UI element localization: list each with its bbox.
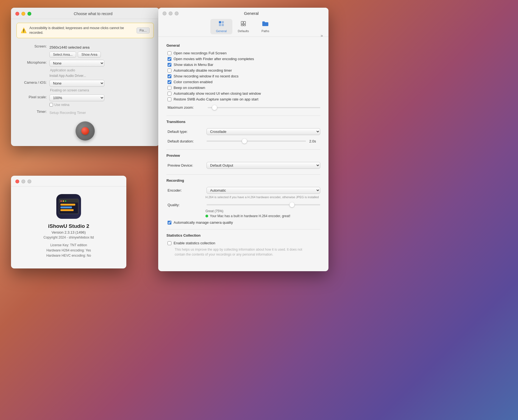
general-icon: [218, 21, 224, 28]
about-titlebar: [11, 176, 126, 186]
record-form: Screen: 2560x1440 selected area Select A…: [16, 43, 154, 116]
minimize-button[interactable]: [21, 12, 25, 16]
auto-show-record-label[interactable]: Automatically show record UI when closin…: [174, 91, 261, 96]
preview-device-select[interactable]: Default Output: [207, 162, 320, 169]
color-correction-label[interactable]: Color correction enabled: [174, 80, 213, 84]
microphone-control: None Application audio Install App Audio…: [49, 59, 154, 79]
enable-stats-row: Enable statistics collection: [168, 240, 320, 246]
pref-open-finder-row: Open movies with Finder after encoding c…: [168, 56, 320, 62]
quality-thumb[interactable]: [289, 202, 294, 207]
preview-section: Preview Preview Device: Default Output: [166, 153, 320, 170]
beep-label[interactable]: Beep on countdown: [174, 86, 205, 90]
transitions-section-title: Transitions: [166, 120, 320, 124]
zoom-row: Maximum zoom:: [168, 102, 320, 112]
prefs-window: General General: [158, 8, 328, 271]
icon-bar-1: [60, 204, 75, 206]
prefs-minimize-button: [169, 12, 172, 15]
pref-auto-show-row: Automatically show record UI when closin…: [168, 91, 320, 96]
zoom-thumb[interactable]: [212, 105, 217, 110]
icon-content: [59, 203, 78, 214]
open-finder-checkbox[interactable]: [168, 57, 171, 61]
show-area-button[interactable]: Show Area: [78, 52, 101, 58]
app-hw-hevc: Hardware HEVC encoding: No: [46, 253, 91, 258]
show-menu-bar-label[interactable]: Show status in Menu Bar: [174, 63, 213, 67]
microphone-select[interactable]: None: [49, 60, 104, 67]
quality-track: [207, 204, 320, 205]
prefs-title: General: [179, 11, 324, 16]
svg-rect-7: [244, 24, 246, 26]
pixel-scale-select[interactable]: 100%: [49, 94, 104, 101]
pref-beep-row: Beep on countdown: [168, 85, 320, 91]
beep-checkbox[interactable]: [168, 86, 171, 90]
zoom-button[interactable]: [27, 12, 31, 16]
select-area-button[interactable]: Select Area...: [49, 52, 76, 58]
preview-device-label: Preview Device:: [168, 163, 203, 167]
enable-stats-checkbox[interactable]: [168, 241, 171, 245]
quality-slider[interactable]: [207, 202, 320, 208]
auto-disable-checkbox[interactable]: [168, 69, 171, 72]
record-traffic-lights: [15, 12, 31, 16]
record-button[interactable]: [76, 121, 95, 141]
timer-control: Setup Recording Timer: [49, 108, 154, 116]
record-titlebar: Choose what to record: [11, 8, 159, 19]
encoder-note: H.264 is selected if you have a H.264 ha…: [205, 195, 320, 199]
about-close-button[interactable]: [15, 180, 19, 183]
auto-camera-quality-label[interactable]: Automatically manage camera quality: [174, 220, 233, 225]
toolbar-general[interactable]: General: [210, 19, 232, 34]
about-zoom-button: [27, 180, 31, 183]
transitions-section: Transitions Default type: Crossfade Defa…: [166, 120, 320, 145]
svg-rect-0: [219, 21, 221, 23]
about-window: iShowU Studio 2 Version 2.3.13 (1496) Co…: [11, 176, 126, 268]
show-menu-bar-checkbox[interactable]: [168, 63, 171, 67]
show-no-recent-label[interactable]: Show recording window if no recent docs: [174, 74, 238, 78]
toolbar-defaults[interactable]: Defaults: [232, 19, 254, 34]
toolbar-defaults-label: Defaults: [238, 29, 249, 33]
open-finder-label[interactable]: Open movies with Finder after encoding c…: [174, 57, 254, 61]
prefs-titlebar: General: [158, 8, 328, 18]
svg-rect-2: [219, 24, 221, 26]
auto-camera-quality-checkbox[interactable]: [168, 221, 171, 225]
encoder-select[interactable]: Automatic: [207, 187, 320, 194]
preview-section-title: Preview: [166, 153, 320, 158]
stats-section-title: Statistics Collection: [166, 233, 320, 237]
pixel-scale-control: 100% Use retina: [49, 93, 154, 108]
pref-open-fullscreen-row: Open new recordings Full Screen: [168, 50, 320, 56]
pref-show-menu-row: Show status in Menu Bar: [168, 62, 320, 68]
pref-auto-disable-row: Automatically disable recording timer: [168, 68, 320, 73]
use-retina-checkbox[interactable]: [49, 103, 53, 107]
prefs-close-button[interactable]: [163, 12, 166, 15]
use-retina-label[interactable]: Use retina: [54, 103, 69, 107]
toolbar-more-button[interactable]: »: [321, 33, 323, 38]
screen-button-row: Select Area... Show Area: [49, 52, 154, 58]
app-icon-container: [56, 194, 81, 219]
enable-stats-label[interactable]: Enable statistics collection: [174, 241, 215, 245]
camera-select[interactable]: None: [49, 80, 104, 87]
duration-track: [207, 141, 306, 142]
fix-button[interactable]: Fix...: [137, 27, 150, 33]
auto-show-record-checkbox[interactable]: [168, 92, 171, 96]
duration-slider[interactable]: [207, 138, 306, 144]
camera-control: None Floating on screen camera: [49, 79, 154, 93]
open-fullscreen-label[interactable]: Open new recordings Full Screen: [174, 51, 227, 55]
stats-section: Statistics Collection Enable statistics …: [166, 233, 320, 257]
encoder-label: Encoder:: [168, 188, 203, 192]
color-correction-checkbox[interactable]: [168, 80, 171, 84]
close-button[interactable]: [15, 12, 19, 16]
zoom-slider[interactable]: [208, 107, 320, 108]
open-fullscreen-checkbox[interactable]: [168, 51, 171, 55]
warning-icon: ⚠️: [21, 27, 27, 33]
install-audio-link[interactable]: Install App Audio Driver...: [49, 74, 154, 78]
recording-section: Recording Encoder: Automatic H.264 is se…: [166, 178, 320, 225]
timer-label: Timer:: [16, 108, 49, 116]
auto-disable-label[interactable]: Automatically disable recording timer: [174, 68, 232, 72]
toolbar-paths[interactable]: Paths: [254, 19, 276, 34]
restore-audio-label[interactable]: Restore SWB Audio Capture sample rate on…: [174, 97, 258, 101]
stats-description: This helps us improve the app by collect…: [175, 247, 307, 257]
preview-device-row: Preview Device: Default Output: [168, 160, 320, 170]
default-type-select[interactable]: Crossfade: [207, 128, 320, 135]
screen-control: 2560x1440 selected area Select Area... S…: [49, 43, 154, 59]
restore-audio-checkbox[interactable]: [168, 97, 171, 101]
duration-thumb[interactable]: [242, 139, 247, 144]
show-no-recent-checkbox[interactable]: [168, 74, 171, 78]
record-window: Choose what to record ⚠️ Accessibility i…: [11, 8, 159, 146]
